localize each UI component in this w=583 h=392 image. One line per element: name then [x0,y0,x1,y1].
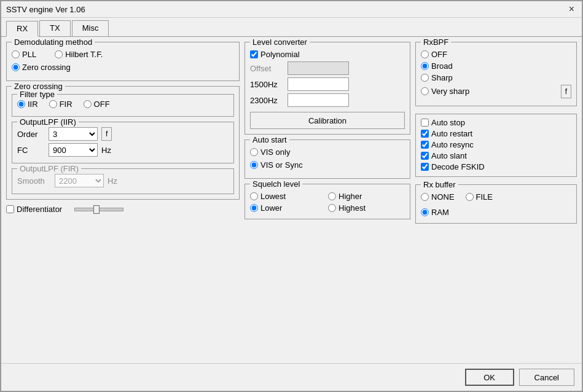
rxbpf-off-text: OFF [431,50,447,59]
rxbpf-off-radio[interactable] [421,50,429,58]
order-f-button[interactable]: f [101,127,112,141]
demod-zero-label[interactable]: Zero crossing [12,63,71,72]
rxbpf-sharp-label[interactable]: Sharp [421,73,571,82]
polynomial-label[interactable]: Polynomial [250,50,300,59]
squelch-content: Lowest Higher Lower Highest [250,192,405,214]
tab-misc[interactable]: Misc [72,20,109,36]
polynomial-text: Polynomial [260,50,300,59]
rxbpf-off-label[interactable]: OFF [421,50,571,59]
squelch-higher-radio[interactable] [328,192,336,200]
auto-start-group: Auto start VIS only VIS or Sync [245,139,410,179]
auto-resync-label[interactable]: Auto resync [421,140,571,149]
auto-restart-label[interactable]: Auto restart [421,129,571,138]
level-converter-content: Polynomial Offset 0 1500Hz 16384 2300Hz … [250,50,405,129]
squelch-lowest-radio[interactable] [250,192,258,200]
auto-stop-label[interactable]: Auto stop [421,118,571,127]
squelch-higher-label[interactable]: Higher [328,192,405,201]
cancel-button[interactable]: Cancel [519,369,574,386]
auto-stop-checkbox[interactable] [421,119,429,127]
hz1500-row: 1500Hz 16384 [250,77,405,91]
auto-options-content: Auto stop Auto restart Auto resync Auto … [421,118,571,171]
rx-buf-file-radio[interactable] [466,193,474,201]
filter-off-radio[interactable] [84,100,92,108]
rx-buf-none-radio[interactable] [421,193,429,201]
auto-resync-checkbox[interactable] [421,141,429,149]
auto-options-group: Auto stop Auto restart Auto resync Auto … [415,114,577,177]
rx-buf-file-label[interactable]: FILE [466,192,493,202]
tab-rx[interactable]: RX [6,21,38,37]
ok-button[interactable]: OK [465,369,514,386]
auto-stop-text: Auto stop [431,118,465,127]
squelch-lower-label[interactable]: Lower [250,203,327,213]
squelch-lower-radio[interactable] [250,204,258,212]
smooth-hz-label: Hz [108,176,117,186]
demod-hilbert-label[interactable]: Hilbert T.F. [55,50,103,59]
filter-off-label[interactable]: OFF [84,100,110,109]
rxbpf-broad-text: Broad [431,61,453,71]
right-column: RxBPF OFF Broad Sharp [415,42,577,358]
vis-or-sync-radio[interactable] [250,161,258,169]
vis-only-label[interactable]: VIS only [250,147,290,157]
polynomial-checkbox[interactable] [250,50,258,58]
output-lpf-iir-title: OutputLPF (IIR) [17,117,79,127]
fc-select[interactable]: 900 1200 1500 [49,143,98,157]
hz2300-input[interactable]: -16384 [288,93,349,107]
auto-start-title: Auto start [250,135,289,144]
vis-only-radio[interactable] [250,148,258,156]
offset-input[interactable]: 0 [288,61,349,75]
differentiator-text: Differentiator [17,205,62,214]
close-button[interactable]: × [566,4,577,15]
rxbpf-title: RxBPF [421,37,451,47]
vis-or-sync-text: VIS or Sync [260,160,303,170]
squelch-lower-text: Lower [260,203,282,213]
differentiator-slider-track[interactable] [74,208,123,211]
rx-buf-none-label[interactable]: NONE [421,192,455,202]
demod-group: Demodulating method PLL Hilbert T.F. [6,42,240,81]
rxbpf-verysharp-radio[interactable] [421,87,429,95]
zero-crossing-group: Zero crossing Filter type IIR [6,86,240,200]
auto-slant-checkbox[interactable] [421,152,429,160]
squelch-lowest-label[interactable]: Lowest [250,192,327,201]
decode-fskid-checkbox[interactable] [421,163,429,171]
demod-hilbert-radio[interactable] [55,50,63,58]
demod-pll-label[interactable]: PLL [12,50,36,59]
fc-hz-label: Hz [101,146,111,155]
vis-only-row: VIS only [250,147,405,158]
filter-iir-label[interactable]: IIR [17,100,38,109]
auto-slant-label[interactable]: Auto slant [421,151,571,160]
offset-label: Offset [250,64,284,73]
demod-zero-text: Zero crossing [22,63,71,72]
smooth-select[interactable]: 2200 [55,174,104,187]
differentiator-checkbox[interactable] [6,205,14,213]
tab-tx[interactable]: TX [39,20,71,36]
order-label: Order [17,130,45,139]
vis-or-sync-label[interactable]: VIS or Sync [250,160,303,170]
filter-fir-label[interactable]: FIR [49,100,72,109]
order-select[interactable]: 3 5 7 [49,127,98,141]
filter-fir-radio[interactable] [49,100,57,108]
hz1500-input[interactable]: 16384 [288,77,349,91]
demod-pll-radio[interactable] [12,50,20,58]
rxbpf-broad-radio[interactable] [421,62,429,70]
rxbpf-sharp-text: Sharp [431,73,453,82]
differentiator-label[interactable]: Differentiator [6,205,62,214]
rxbpf-verysharp-text: Very sharp [431,87,469,96]
rxbpf-sharp-radio[interactable] [421,74,429,82]
rx-buf-ram-label[interactable]: RAM [421,208,571,217]
zero-crossing-content: Filter type IIR FIR [12,94,234,194]
decode-fskid-label[interactable]: Decode FSKID [421,162,571,171]
squelch-highest-radio[interactable] [328,204,336,212]
demod-zero-radio[interactable] [12,63,20,71]
fc-label: FC [17,146,45,155]
calibration-button[interactable]: Calibration [250,112,405,129]
filter-iir-radio[interactable] [17,100,25,108]
auto-restart-checkbox[interactable] [421,130,429,138]
rxbpf-broad-label[interactable]: Broad [421,61,571,71]
rx-buf-ram-radio[interactable] [421,208,429,216]
rxbpf-f-button[interactable]: f [561,85,571,98]
squelch-highest-label[interactable]: Highest [328,203,405,213]
filter-off-text: OFF [94,100,110,109]
rxbpf-verysharp-label[interactable]: Very sharp [421,87,469,96]
output-lpf-iir-group: OutputLPF (IIR) Order 3 5 7 f [12,122,234,163]
squelch-grid: Lowest Higher Lower Highest [250,192,405,214]
